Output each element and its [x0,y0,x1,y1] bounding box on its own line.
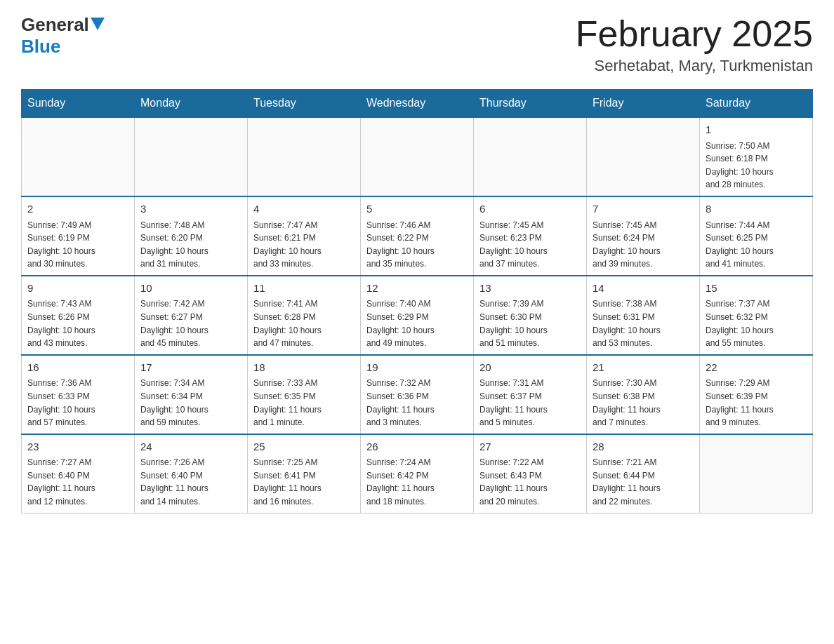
day-info: Sunrise: 7:21 AM Sunset: 6:44 PM Dayligh… [593,456,694,508]
day-info: Sunrise: 7:31 AM Sunset: 6:37 PM Dayligh… [479,377,581,429]
weekday-header-row: SundayMondayTuesdayWednesdayThursdayFrid… [22,90,813,118]
day-number: 25 [253,439,355,455]
calendar-cell: 16Sunrise: 7:36 AM Sunset: 6:33 PM Dayli… [22,355,135,434]
day-number: 6 [479,201,581,217]
day-number: 5 [366,201,468,217]
weekday-header-sunday: Sunday [22,90,135,118]
weekday-header-thursday: Thursday [474,90,587,118]
day-number: 18 [253,360,355,376]
calendar-cell [248,117,361,196]
day-number: 26 [366,439,468,455]
day-info: Sunrise: 7:48 AM Sunset: 6:20 PM Dayligh… [140,219,241,271]
weekday-header-friday: Friday [587,90,700,118]
calendar-cell: 12Sunrise: 7:40 AM Sunset: 6:29 PM Dayli… [361,276,474,355]
day-info: Sunrise: 7:43 AM Sunset: 6:26 PM Dayligh… [27,297,128,349]
calendar-cell: 9Sunrise: 7:43 AM Sunset: 6:26 PM Daylig… [22,276,135,355]
day-info: Sunrise: 7:39 AM Sunset: 6:30 PM Dayligh… [479,297,581,349]
day-number: 23 [27,439,128,455]
day-info: Sunrise: 7:36 AM Sunset: 6:33 PM Dayligh… [27,377,128,429]
calendar-cell: 4Sunrise: 7:47 AM Sunset: 6:21 PM Daylig… [248,196,361,276]
day-number: 4 [253,201,355,217]
calendar-cell [587,117,700,196]
calendar-cell: 13Sunrise: 7:39 AM Sunset: 6:30 PM Dayli… [474,276,587,355]
calendar-cell: 3Sunrise: 7:48 AM Sunset: 6:20 PM Daylig… [135,196,248,276]
weekday-header-wednesday: Wednesday [361,90,474,118]
day-info: Sunrise: 7:27 AM Sunset: 6:40 PM Dayligh… [27,456,128,508]
day-info: Sunrise: 7:37 AM Sunset: 6:32 PM Dayligh… [706,297,807,349]
calendar-cell: 27Sunrise: 7:22 AM Sunset: 6:43 PM Dayli… [474,434,587,513]
calendar-cell: 15Sunrise: 7:37 AM Sunset: 6:32 PM Dayli… [700,276,813,355]
day-info: Sunrise: 7:41 AM Sunset: 6:28 PM Dayligh… [253,297,355,349]
day-number: 17 [140,360,241,376]
day-number: 20 [479,360,581,376]
calendar-cell: 20Sunrise: 7:31 AM Sunset: 6:37 PM Dayli… [474,355,587,434]
day-info: Sunrise: 7:30 AM Sunset: 6:38 PM Dayligh… [593,377,694,429]
weekday-header-tuesday: Tuesday [248,90,361,118]
day-info: Sunrise: 7:25 AM Sunset: 6:41 PM Dayligh… [253,456,355,508]
day-number: 7 [593,201,694,217]
calendar-week-row: 2Sunrise: 7:49 AM Sunset: 6:19 PM Daylig… [22,196,813,276]
calendar-cell: 8Sunrise: 7:44 AM Sunset: 6:25 PM Daylig… [700,196,813,276]
day-info: Sunrise: 7:22 AM Sunset: 6:43 PM Dayligh… [479,456,581,508]
day-info: Sunrise: 7:38 AM Sunset: 6:31 PM Dayligh… [593,297,694,349]
calendar-cell: 24Sunrise: 7:26 AM Sunset: 6:40 PM Dayli… [135,434,248,513]
day-info: Sunrise: 7:32 AM Sunset: 6:36 PM Dayligh… [366,377,468,429]
logo: General Blue [21,14,105,58]
calendar-cell: 2Sunrise: 7:49 AM Sunset: 6:19 PM Daylig… [22,196,135,276]
calendar-week-row: 23Sunrise: 7:27 AM Sunset: 6:40 PM Dayli… [22,434,813,513]
day-number: 11 [253,281,355,297]
day-number: 8 [706,201,807,217]
location-subtitle: Serhetabat, Mary, Turkmenistan [576,57,813,75]
calendar-cell: 23Sunrise: 7:27 AM Sunset: 6:40 PM Dayli… [22,434,135,513]
calendar-cell [700,434,813,513]
calendar-cell: 26Sunrise: 7:24 AM Sunset: 6:42 PM Dayli… [361,434,474,513]
logo-blue-text: Blue [21,36,60,57]
day-info: Sunrise: 7:45 AM Sunset: 6:23 PM Dayligh… [479,219,581,271]
day-number: 28 [593,439,694,455]
calendar-cell: 5Sunrise: 7:46 AM Sunset: 6:22 PM Daylig… [361,196,474,276]
logo-arrow-icon [91,18,105,30]
day-number: 12 [366,281,468,297]
calendar-cell [361,117,474,196]
day-number: 19 [366,360,468,376]
day-number: 22 [706,360,807,376]
day-number: 27 [479,439,581,455]
calendar-cell: 10Sunrise: 7:42 AM Sunset: 6:27 PM Dayli… [135,276,248,355]
day-info: Sunrise: 7:47 AM Sunset: 6:21 PM Dayligh… [253,219,355,271]
day-number: 2 [27,201,128,217]
day-number: 16 [27,360,128,376]
svg-marker-0 [91,18,105,30]
day-info: Sunrise: 7:46 AM Sunset: 6:22 PM Dayligh… [366,219,468,271]
calendar-cell: 17Sunrise: 7:34 AM Sunset: 6:34 PM Dayli… [135,355,248,434]
day-number: 24 [140,439,241,455]
calendar-cell: 6Sunrise: 7:45 AM Sunset: 6:23 PM Daylig… [474,196,587,276]
calendar-cell [135,117,248,196]
calendar-week-row: 16Sunrise: 7:36 AM Sunset: 6:33 PM Dayli… [22,355,813,434]
month-year-title: February 2025 [576,14,813,54]
day-info: Sunrise: 7:33 AM Sunset: 6:35 PM Dayligh… [253,377,355,429]
calendar-week-row: 1Sunrise: 7:50 AM Sunset: 6:18 PM Daylig… [22,117,813,196]
calendar-table: SundayMondayTuesdayWednesdayThursdayFrid… [21,89,813,513]
calendar-cell: 18Sunrise: 7:33 AM Sunset: 6:35 PM Dayli… [248,355,361,434]
day-number: 9 [27,281,128,297]
calendar-cell: 19Sunrise: 7:32 AM Sunset: 6:36 PM Dayli… [361,355,474,434]
calendar-cell: 28Sunrise: 7:21 AM Sunset: 6:44 PM Dayli… [587,434,700,513]
day-info: Sunrise: 7:44 AM Sunset: 6:25 PM Dayligh… [706,219,807,271]
title-section: February 2025 Serhetabat, Mary, Turkmeni… [576,14,813,75]
day-number: 13 [479,281,581,297]
logo-general-text: General [21,14,89,36]
day-info: Sunrise: 7:34 AM Sunset: 6:34 PM Dayligh… [140,377,241,429]
calendar-cell: 25Sunrise: 7:25 AM Sunset: 6:41 PM Dayli… [248,434,361,513]
day-number: 10 [140,281,241,297]
calendar-cell: 7Sunrise: 7:45 AM Sunset: 6:24 PM Daylig… [587,196,700,276]
day-info: Sunrise: 7:24 AM Sunset: 6:42 PM Dayligh… [366,456,468,508]
day-number: 3 [140,201,241,217]
calendar-cell: 14Sunrise: 7:38 AM Sunset: 6:31 PM Dayli… [587,276,700,355]
calendar-cell: 1Sunrise: 7:50 AM Sunset: 6:18 PM Daylig… [700,117,813,196]
calendar-cell: 22Sunrise: 7:29 AM Sunset: 6:39 PM Dayli… [700,355,813,434]
day-info: Sunrise: 7:49 AM Sunset: 6:19 PM Dayligh… [27,219,128,271]
day-info: Sunrise: 7:26 AM Sunset: 6:40 PM Dayligh… [140,456,241,508]
day-number: 14 [593,281,694,297]
calendar-cell [474,117,587,196]
day-number: 1 [706,122,807,138]
